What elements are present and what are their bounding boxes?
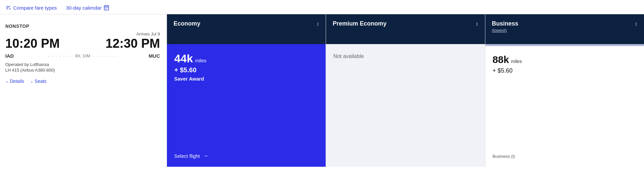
depart-block: 10:20 PM (5, 37, 60, 50)
dest-code: MUC (148, 53, 160, 59)
premium-economy-sort-icon[interactable]: ↕ (476, 21, 478, 27)
details-link[interactable]: ⌄ Details (5, 79, 24, 84)
business-title: Business (492, 20, 518, 27)
economy-miles-label: miles (195, 58, 207, 63)
calendar-link-label: 30-day calendar (66, 5, 102, 11)
seats-label: Seats (35, 79, 47, 84)
details-label: Details (10, 79, 24, 84)
operator-label: Operated by Lufthansa (5, 62, 160, 67)
economy-sort-icon[interactable]: ↕ (316, 21, 319, 27)
depart-time: 10:20 PM (5, 37, 60, 50)
business-sort-icon[interactable]: ↕ (635, 21, 637, 27)
economy-miles-row: 44k miles (174, 52, 318, 65)
economy-header-left: Economy (174, 20, 200, 27)
business-miles-label: miles (511, 59, 522, 64)
dashes-right: - - - - - - - (93, 54, 117, 58)
dashes-left: - - - - - - - (48, 54, 72, 58)
details-row: ⌄ Details ⌄ Seats (5, 79, 160, 84)
arrive-time: 12:30 PM (105, 37, 160, 50)
premium-economy-header-left: Premium Economy (333, 20, 386, 27)
route-line: - - - - - - - 8H, 10M - - - - - - - (17, 54, 148, 58)
economy-card-content: 44k miles + $5.60 Saver Award (174, 52, 318, 82)
calendar-icon (103, 5, 109, 11)
economy-select-button[interactable]: Select flight → (174, 152, 318, 159)
compare-fare-types-link[interactable]: Compare fare types (5, 5, 57, 11)
economy-arrow-icon: → (203, 152, 209, 159)
business-header: Business (lowest) ↕ (485, 14, 644, 44)
business-column: Business (lowest) ↕ 88k miles + $5.60 Bu… (485, 14, 644, 167)
premium-economy-body: Not available (326, 44, 485, 167)
details-chevron: ⌄ (5, 79, 9, 84)
arrive-block: Arrives Jul 9 12:30 PM (105, 31, 160, 50)
compare-link-label: Compare fare types (13, 5, 57, 11)
economy-select-label: Select flight (174, 153, 200, 159)
premium-economy-column: Premium Economy ↕ Not available (326, 14, 485, 167)
stop-type-label: NONSTOP (5, 24, 160, 29)
arrives-label: Arrives Jul 9 (136, 31, 160, 36)
business-class-label: Business (l) (493, 151, 637, 159)
calendar-link[interactable]: 30-day calendar (66, 5, 110, 11)
business-subtitle: (lowest) (492, 28, 518, 33)
duration-label: 8H, 10M (74, 54, 91, 58)
times-row: 10:20 PM Arrives Jul 9 12:30 PM (5, 31, 160, 50)
economy-title: Economy (174, 20, 200, 27)
economy-award-type: Saver Award (174, 76, 318, 82)
route-row: IAD - - - - - - - 8H, 10M - - - - - - - … (5, 53, 160, 59)
business-fee: + $5.60 (493, 67, 637, 74)
premium-economy-title: Premium Economy (333, 20, 386, 27)
economy-card[interactable]: 44k miles + $5.60 Saver Award Select fli… (167, 44, 326, 167)
flight-number: LH 415 (Airbus A380-800) (5, 68, 160, 73)
origin-code: IAD (5, 53, 17, 59)
economy-fee: + $5.60 (174, 66, 318, 74)
business-miles: 88k (493, 54, 509, 65)
seats-link[interactable]: ⌄ Seats (30, 79, 47, 84)
premium-economy-header: Premium Economy ↕ (326, 14, 485, 44)
economy-miles: 44k (174, 52, 193, 65)
top-bar: Compare fare types 30-day calendar (0, 0, 644, 14)
seats-chevron: ⌄ (30, 79, 33, 84)
business-miles-row: 88k miles (493, 54, 637, 65)
economy-column: Economy ↕ 44k miles + $5.60 Saver Award … (167, 14, 326, 167)
business-header-left: Business (lowest) (492, 20, 518, 33)
business-body: 88k miles + $5.60 Business (l) (485, 46, 644, 167)
economy-header: Economy ↕ (167, 14, 326, 44)
fare-columns: Economy ↕ 44k miles + $5.60 Saver Award … (167, 14, 644, 167)
compare-icon (5, 5, 11, 11)
flight-info-column: NONSTOP 10:20 PM Arrives Jul 9 12:30 PM … (0, 14, 167, 167)
main-layout: NONSTOP 10:20 PM Arrives Jul 9 12:30 PM … (0, 14, 644, 167)
not-available-label: Not available (333, 53, 364, 59)
